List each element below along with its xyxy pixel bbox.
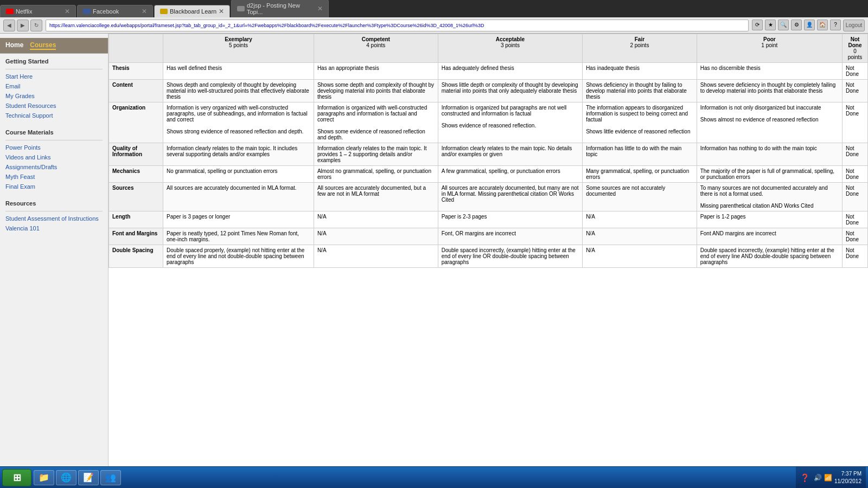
refresh-button[interactable]: ↻ — [30, 20, 42, 31]
back-button[interactable]: ◀ — [3, 20, 15, 31]
tab-d2jsp-close[interactable]: ✕ — [317, 5, 323, 12]
rubric-cell: Has inadequate thesis — [583, 63, 697, 80]
taskbar-volume-icon[interactable]: 🔊 — [814, 474, 822, 476]
sidebar-item-student-assessment[interactable]: Student Assessment of Instructions — [0, 214, 108, 223]
home-icon[interactable]: 🏠 — [817, 20, 828, 30]
criterion-cell: Double Spacing — [109, 245, 163, 268]
lens-icon[interactable]: 🔍 — [778, 20, 789, 30]
course-materials-divider — [5, 140, 103, 140]
rubric-cell: Shows depth and complexity of thought by… — [163, 80, 314, 102]
rubric-cell: A few grammatical, spelling, or punctuat… — [438, 166, 582, 183]
forward-button[interactable]: ▶ — [17, 20, 29, 31]
rubric-cell: Paper is 1-2 pages — [697, 211, 842, 228]
tab-netflix-close[interactable]: ✕ — [65, 8, 70, 15]
rubric-cell: Information has nothing to do with the m… — [697, 143, 842, 166]
tab-blackboard-label: Blackboard Learn — [170, 8, 216, 15]
rubric-cell: Font, OR margins are incorrect — [438, 228, 582, 245]
table-row: LengthPaper is 3 pages or longerN/APaper… — [109, 211, 868, 228]
sidebar-item-my-grades[interactable]: My Grades — [0, 91, 108, 101]
rubric-cell: N/A — [314, 245, 438, 268]
sidebar-item-final-exam[interactable]: Final Exam — [0, 182, 108, 191]
rubric-header-row: Exemplary5 points Competent4 points Acce… — [109, 34, 868, 63]
taskbar-right: ❓ 🔊 📶 7:37 PM 11/20/2012 — [796, 467, 866, 475]
tab-netflix[interactable]: Netflix ✕ — [0, 5, 76, 17]
user-icon[interactable]: 👤 — [804, 20, 815, 30]
address-bar[interactable]: https://learn.valenciacollege.edu/webapp… — [46, 20, 749, 31]
taskbar-explorer[interactable]: 📁 — [34, 470, 54, 476]
rubric-cell: Information clearly relates to the main … — [438, 143, 582, 166]
rubric-cell: Almost no grammatical, spelling, or punc… — [314, 166, 438, 183]
sidebar-item-power-points[interactable]: Power Points — [0, 143, 108, 152]
taskbar-word[interactable]: 📝 — [78, 470, 99, 476]
sidebar-item-technical-support[interactable]: Technical Support — [0, 111, 108, 120]
rubric-cell: Paper is 2-3 pages — [438, 211, 582, 228]
rubric-cell: Many grammatical, spelling, or punctuati… — [583, 166, 697, 183]
rubric-cell: N/A — [314, 211, 438, 228]
star-icon[interactable]: ★ — [765, 20, 776, 30]
rubric-col-acceptable: Acceptable3 points — [438, 34, 582, 63]
criterion-cell: Organization — [109, 102, 163, 143]
rubric-cell: Double spaced incorrectly, (example) hit… — [697, 245, 842, 268]
rubric-cell: The information appears to disorganized … — [583, 102, 697, 143]
table-row: Font and MarginsPaper is neatly typed, 1… — [109, 228, 868, 245]
rubric-cell: Information has little to do with the ma… — [583, 143, 697, 166]
blackboard-favicon — [160, 9, 168, 14]
criterion-cell: Content — [109, 80, 163, 102]
tab-facebook-close[interactable]: ✕ — [142, 8, 147, 15]
tools-icon[interactable]: ⚙ — [791, 20, 802, 30]
sidebar-item-myth-feast[interactable]: Myth Feast — [0, 172, 108, 182]
rubric-cell: Has well defined thesis — [163, 63, 314, 80]
tab-d2jsp[interactable]: d2jsp - Posting New Topi... ✕ — [231, 0, 329, 17]
table-row: ContentShows depth and complexity of tho… — [109, 80, 868, 102]
criterion-cell: Mechanics — [109, 166, 163, 183]
question-icon[interactable]: ? — [830, 20, 841, 30]
rubric-col-fair: Fair2 points — [583, 34, 697, 63]
rubric-cell: Information is organized with well-const… — [314, 102, 438, 143]
sidebar-item-assignments-drafts[interactable]: Assignments/Drafts — [0, 162, 108, 172]
tab-facebook[interactable]: Facebook ✕ — [77, 5, 153, 17]
reload-icon[interactable]: ⟳ — [752, 20, 763, 30]
rubric-cell: Paper is 3 pages or longer — [163, 211, 314, 228]
rubric-cell: Some sources are not accurately document… — [583, 183, 697, 211]
sidebar-item-videos-links[interactable]: Videos and Links — [0, 152, 108, 162]
rubric-cell: Has adequately defined thesis — [438, 63, 582, 80]
top-nav: Home Courses — [0, 38, 108, 54]
rubric-cell: Double spaced properly, (example) not hi… — [163, 245, 314, 268]
tab-blackboard-close[interactable]: ✕ — [219, 8, 224, 15]
sidebar-item-start-here[interactable]: Start Here — [0, 72, 108, 81]
taskbar-chrome[interactable]: 🌐 — [56, 470, 76, 476]
table-row: ThesisHas well defined thesisHas an appr… — [109, 63, 868, 80]
sidebar-item-valencia-101[interactable]: Valencia 101 — [0, 223, 108, 233]
rubric-cell: To many sources are not documented accur… — [697, 183, 842, 211]
table-row: OrganizationInformation is very organize… — [109, 102, 868, 143]
netflix-favicon — [6, 9, 14, 14]
nav-home[interactable]: Home — [5, 41, 23, 50]
start-button[interactable]: ⊞ — [2, 469, 31, 476]
taskbar-people[interactable]: 👥 — [100, 470, 121, 476]
sidebar-item-student-resources[interactable]: Student Resources — [0, 101, 108, 111]
rubric-cell: Not Done — [843, 228, 868, 245]
tab-d2jsp-label: d2jsp - Posting New Topi... — [247, 2, 317, 15]
table-row: SourcesAll sources are accurately docume… — [109, 183, 868, 211]
rubric-cell: Not Done — [843, 143, 868, 166]
rubric-cell: N/A — [583, 228, 697, 245]
rubric-cell: Information clearly relates to the main … — [163, 143, 314, 166]
sidebar-item-email[interactable]: Email — [0, 81, 108, 91]
nav-courses[interactable]: Courses — [30, 41, 56, 50]
table-row: Double SpacingDouble spaced properly, (e… — [109, 245, 868, 268]
rubric-cell: Font AND margins are incorrect — [697, 228, 842, 245]
taskbar-network-icon[interactable]: 📶 — [824, 474, 832, 476]
rubric-cell: N/A — [583, 211, 697, 228]
tab-blackboard[interactable]: Blackboard Learn ✕ — [154, 5, 230, 17]
criterion-cell: Thesis — [109, 63, 163, 80]
getting-started-title: Getting Started — [0, 54, 108, 67]
rubric-cell: Information is organized but paragraphs … — [438, 102, 582, 143]
table-row: MechanicsNo grammatical, spelling or pun… — [109, 166, 868, 183]
taskbar-question-icon[interactable]: ❓ — [800, 473, 809, 476]
rubric-cell: Information is very organized with well-… — [163, 102, 314, 143]
rubric-cell: All sources are accurately documented, b… — [438, 183, 582, 211]
rubric-cell: All sources are accurately documented, b… — [314, 183, 438, 211]
rubric-cell: All sources are accurately documented in… — [163, 183, 314, 211]
logout-button[interactable]: Logout — [843, 20, 865, 31]
rubric-cell: Not Done — [843, 80, 868, 102]
